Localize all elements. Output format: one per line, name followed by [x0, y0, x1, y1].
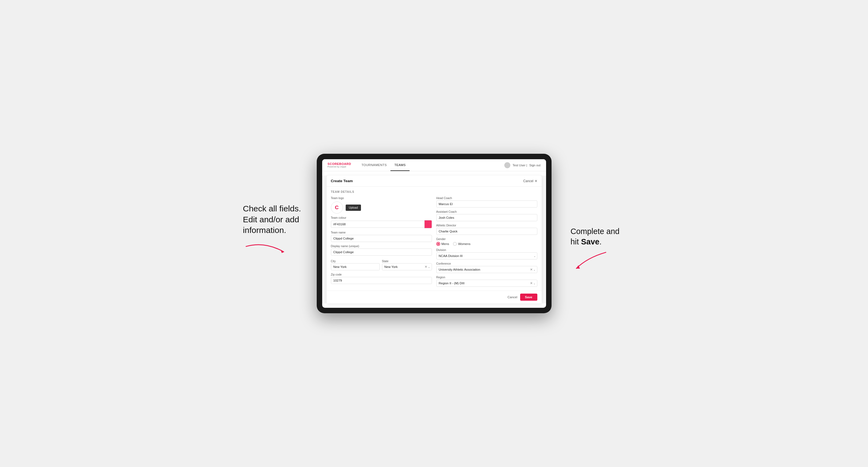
athletic-director-label: Athletic Director [436, 224, 537, 227]
team-colour-label: Team colour [331, 216, 432, 219]
conference-field: Conference ✕ ⌄ [436, 262, 537, 273]
left-annotation: Check all fields. Edit and/or add inform… [243, 203, 303, 259]
modal-footer: Cancel Save [327, 290, 542, 303]
state-label: State [382, 260, 389, 263]
head-coach-label: Head Coach [436, 197, 537, 199]
right-arrow-icon [571, 250, 609, 272]
logo-preview: C [331, 201, 343, 214]
display-name-field: Display name (unique) [331, 245, 432, 256]
gender-mens-option[interactable]: Mens [436, 242, 449, 246]
team-colour-field: Team colour [331, 216, 432, 228]
womens-radio-icon[interactable] [453, 242, 457, 246]
nav-bar: SCOREBOARD Powered by clippd TOURNAMENTS… [322, 159, 546, 171]
state-select[interactable]: ✕ ⌄ [382, 263, 432, 270]
region-label: Region [436, 276, 537, 279]
logo-area: C Upload [331, 201, 432, 214]
tablet-screen: SCOREBOARD Powered by clippd TOURNAMENTS… [322, 159, 546, 308]
team-name-label: Team name [331, 231, 432, 234]
save-button[interactable]: Save [520, 293, 537, 301]
gender-womens-option[interactable]: Womens [453, 242, 470, 246]
create-team-modal: Create Team Cancel ✕ TEAM DETAILS [327, 176, 542, 303]
city-input[interactable] [331, 263, 380, 270]
conference-label: Conference [436, 262, 537, 265]
division-select-wrapper: NCAA Division III ⌄ [436, 252, 537, 259]
close-icon: ✕ [535, 179, 537, 183]
head-coach-input[interactable] [436, 200, 537, 208]
upload-button[interactable]: Upload [346, 205, 361, 211]
division-select[interactable]: NCAA Division III [436, 252, 537, 259]
state-chevron-icon: ⌄ [428, 266, 430, 269]
annotation-title: Check all fields. [243, 204, 301, 213]
display-name-input[interactable] [331, 249, 432, 256]
annotation-save-word: Save [581, 237, 599, 246]
region-input[interactable] [439, 280, 530, 286]
form-left: Team logo C Upload [331, 197, 432, 287]
conference-clear-icon[interactable]: ✕ [530, 268, 533, 272]
assistant-coach-input[interactable] [436, 214, 537, 221]
cancel-x-button[interactable]: Cancel ✕ [523, 179, 537, 183]
team-logo-field: Team logo C Upload [331, 197, 432, 214]
conference-chevron-icon: ⌄ [533, 268, 535, 271]
division-field: Division NCAA Division III ⌄ [436, 249, 537, 259]
user-name: Test User | [513, 164, 527, 167]
zip-label: Zip code [331, 273, 432, 276]
state-clear-icon[interactable]: ✕ [425, 265, 427, 269]
mens-radio-icon[interactable] [436, 242, 440, 246]
athletic-director-field: Athletic Director [436, 224, 537, 235]
conference-input[interactable] [439, 266, 530, 273]
cancel-label: Cancel [523, 179, 533, 183]
form-right: Head Coach Assistant Coach [436, 197, 537, 287]
conference-select[interactable]: ✕ ⌄ [436, 266, 537, 273]
page-content: Create Team Cancel ✕ TEAM DETAILS [322, 176, 546, 303]
team-name-input[interactable] [331, 235, 432, 242]
nav-tabs: TOURNAMENTS TEAMS [358, 159, 409, 171]
modal-title: Create Team [331, 179, 353, 183]
display-name-label: Display name (unique) [331, 245, 432, 248]
left-arrow-icon [243, 238, 287, 257]
city-field: City [331, 258, 380, 270]
colour-swatch[interactable] [424, 220, 432, 228]
city-state-group: City State ✕ ⌄ [331, 258, 432, 270]
womens-label: Womens [458, 242, 470, 246]
city-state-row: City State ✕ ⌄ [331, 258, 432, 270]
modal-header: Create Team Cancel ✕ [327, 176, 542, 187]
section-title: TEAM DETAILS [331, 190, 537, 193]
gender-field: Gender Mens Womens [436, 238, 537, 246]
division-label: Division [436, 249, 537, 251]
region-field: Region ✕ ⌄ [436, 276, 537, 287]
colour-text-input[interactable] [331, 221, 424, 228]
region-chevron-icon: ⌄ [533, 282, 535, 285]
region-select[interactable]: ✕ ⌄ [436, 280, 537, 287]
avatar [504, 162, 510, 168]
gender-row: Mens Womens [436, 242, 537, 246]
sign-out-button[interactable]: Sign out [529, 164, 540, 167]
app-logo: SCOREBOARD Powered by clippd [328, 162, 351, 168]
zip-field: Zip code [331, 273, 432, 284]
tab-tournaments[interactable]: TOURNAMENTS [358, 159, 391, 171]
assistant-coach-label: Assistant Coach [436, 210, 537, 213]
page-wrapper: Check all fields. Edit and/or add inform… [243, 154, 625, 313]
annotation-body: Edit and/or add information. [243, 214, 299, 235]
team-name-field: Team name [331, 231, 432, 242]
gender-label: Gender [436, 238, 537, 241]
nav-right: Test User | Sign out [504, 162, 540, 168]
cancel-button[interactable]: Cancel [507, 295, 518, 299]
state-field: State ✕ ⌄ [382, 258, 432, 270]
annotation-right-line1: Complete and [571, 227, 620, 236]
tab-teams[interactable]: TEAMS [391, 159, 409, 171]
form-grid: Team logo C Upload [331, 197, 537, 287]
logo-letter: C [335, 205, 339, 211]
logo-powered: Powered by clippd [328, 166, 351, 168]
city-label: City [331, 260, 336, 263]
right-annotation: Complete and hit Save. [571, 226, 625, 273]
mens-label: Mens [441, 242, 449, 246]
zip-input[interactable] [331, 277, 432, 284]
state-input[interactable] [384, 263, 425, 270]
tablet-frame: SCOREBOARD Powered by clippd TOURNAMENTS… [317, 154, 552, 313]
region-clear-icon[interactable]: ✕ [530, 281, 533, 285]
logo-text: SCOREBOARD [328, 162, 351, 165]
color-row [331, 220, 432, 228]
athletic-director-input[interactable] [436, 228, 537, 235]
modal-body: TEAM DETAILS Team logo C [327, 187, 542, 290]
team-logo-label: Team logo [331, 197, 432, 199]
